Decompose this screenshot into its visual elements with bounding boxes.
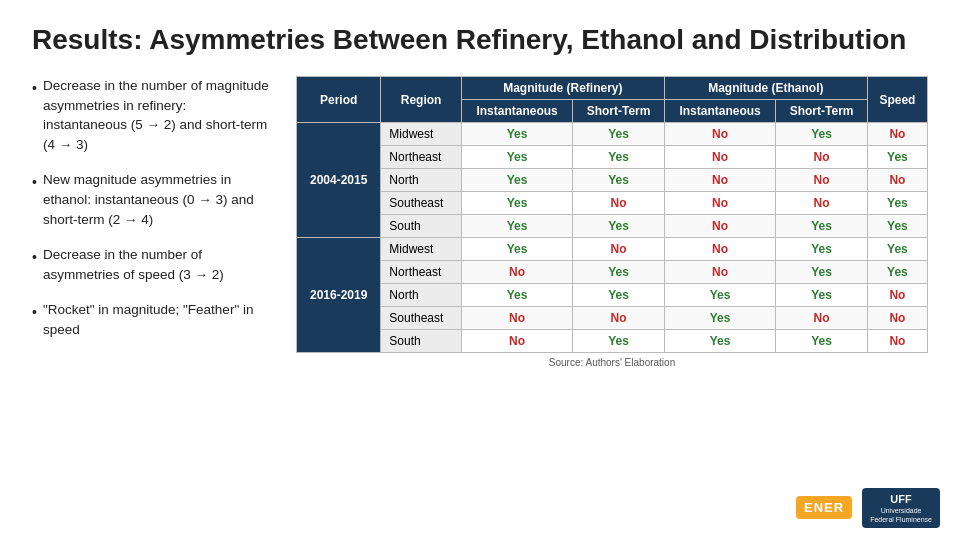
cell-region: South [381,330,462,353]
table-row: NorthYesYesYesYesNo [297,284,928,307]
cell-eth_st: No [776,192,868,215]
cell-eth_st: No [776,146,868,169]
bullet-dot: • [32,78,37,154]
table-row: SouthNoYesYesYesNo [297,330,928,353]
table-row: 2004-2015MidwestYesYesNoYesNo [297,123,928,146]
cell-eth_inst: No [664,192,775,215]
cell-ref_st: No [573,238,665,261]
cell-eth_inst: Yes [664,284,775,307]
uff-logo: UFF UniversidadeFederal Fluminense [862,488,940,528]
cell-speed: No [867,123,927,146]
cell-period: 2016-2019 [297,238,381,353]
cell-eth_st: Yes [776,215,868,238]
col-subheader-ref-st: Short-Term [573,100,665,123]
cell-speed: Yes [867,261,927,284]
cell-ref_inst: Yes [461,192,572,215]
cell-region: Midwest [381,238,462,261]
cell-ref_inst: Yes [461,215,572,238]
cell-region: Southeast [381,307,462,330]
cell-ref_inst: Yes [461,284,572,307]
bullet-dot: • [32,172,37,229]
cell-speed: No [867,307,927,330]
cell-region: Northeast [381,261,462,284]
cell-eth_inst: No [664,261,775,284]
bullet-dot: • [32,247,37,284]
source-note: Source: Authors' Elaboration [296,357,928,368]
cell-speed: No [867,284,927,307]
cell-eth_st: Yes [776,330,868,353]
table-row: 2016-2019MidwestYesNoNoYesYes [297,238,928,261]
cell-eth_inst: No [664,123,775,146]
ener-logo: ENER [796,496,852,519]
table-row: SouthYesYesNoYesYes [297,215,928,238]
page-title: Results: Asymmetries Between Refinery, E… [32,24,928,56]
cell-ref_st: Yes [573,284,665,307]
cell-ref_st: No [573,192,665,215]
bullet-item: •"Rocket" in magnitude; "Feather" in spe… [32,300,272,339]
cell-ref_inst: Yes [461,123,572,146]
results-table: Period Region Magnitude (Refinery) Magni… [296,76,928,353]
cell-ref_st: Yes [573,169,665,192]
col-header-region: Region [381,77,462,123]
cell-speed: No [867,169,927,192]
cell-eth_inst: Yes [664,307,775,330]
col-subheader-eth-st: Short-Term [776,100,868,123]
cell-speed: Yes [867,146,927,169]
table-row: NortheastNoYesNoYesYes [297,261,928,284]
cell-ref_inst: No [461,307,572,330]
cell-eth_inst: No [664,169,775,192]
cell-ref_st: Yes [573,261,665,284]
cell-eth_inst: Yes [664,330,775,353]
col-header-speed: Speed [867,77,927,123]
cell-eth_st: No [776,307,868,330]
cell-region: North [381,284,462,307]
bullet-text: New magnitude asymmetries in ethanol: in… [43,170,272,229]
col-header-period: Period [297,77,381,123]
cell-region: Northeast [381,146,462,169]
cell-eth_st: Yes [776,123,868,146]
col-subheader-eth-inst: Instantaneous [664,100,775,123]
footer-logos: ENER UFF UniversidadeFederal Fluminense [796,488,940,528]
cell-ref_st: Yes [573,330,665,353]
bullet-text: Decrease in the number of asymmetries of… [43,245,272,284]
col-header-mag-ref: Magnitude (Refinery) [461,77,664,100]
cell-eth_st: No [776,169,868,192]
bullet-item: •Decrease in the number of asymmetries o… [32,245,272,284]
bullet-list: •Decrease in the number of magnitude asy… [32,76,272,524]
col-subheader-ref-inst: Instantaneous [461,100,572,123]
cell-ref_inst: Yes [461,169,572,192]
table-row: SoutheastNoNoYesNoNo [297,307,928,330]
cell-ref_inst: Yes [461,238,572,261]
cell-ref_st: Yes [573,146,665,169]
page: Results: Asymmetries Between Refinery, E… [0,0,960,540]
cell-speed: No [867,330,927,353]
cell-ref_inst: No [461,330,572,353]
table-row: SoutheastYesNoNoNoYes [297,192,928,215]
cell-ref_st: Yes [573,123,665,146]
cell-speed: Yes [867,238,927,261]
cell-eth_st: Yes [776,261,868,284]
col-header-mag-eth: Magnitude (Ethanol) [664,77,867,100]
bullet-item: •New magnitude asymmetries in ethanol: i… [32,170,272,229]
bullet-dot: • [32,302,37,339]
content-area: •Decrease in the number of magnitude asy… [32,76,928,524]
cell-period: 2004-2015 [297,123,381,238]
cell-ref_inst: No [461,261,572,284]
cell-ref_st: Yes [573,215,665,238]
cell-ref_st: No [573,307,665,330]
bullet-text: "Rocket" in magnitude; "Feather" in spee… [43,300,272,339]
cell-region: South [381,215,462,238]
table-row: NorthYesYesNoNoNo [297,169,928,192]
cell-region: Southeast [381,192,462,215]
cell-speed: Yes [867,192,927,215]
cell-eth_st: Yes [776,238,868,261]
table-row: NortheastYesYesNoNoYes [297,146,928,169]
cell-eth_inst: No [664,146,775,169]
cell-eth_st: Yes [776,284,868,307]
cell-eth_inst: No [664,215,775,238]
cell-eth_inst: No [664,238,775,261]
cell-speed: Yes [867,215,927,238]
cell-region: North [381,169,462,192]
bullet-text: Decrease in the number of magnitude asym… [43,76,272,154]
table-area: Period Region Magnitude (Refinery) Magni… [296,76,928,524]
